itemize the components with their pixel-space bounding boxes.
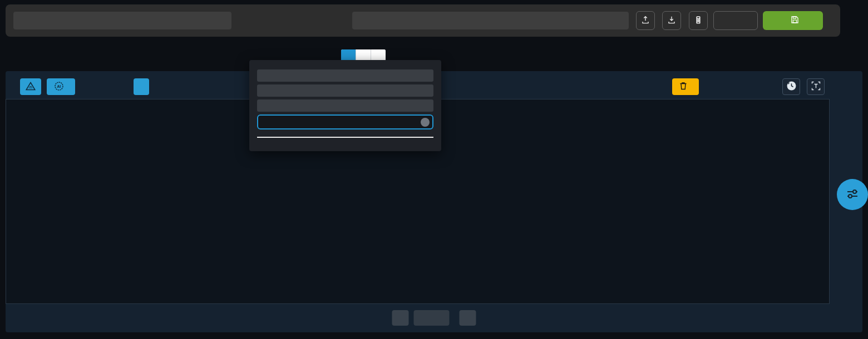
popup-divider [257, 137, 433, 138]
upload-icon [641, 16, 650, 26]
floppy-icon [791, 16, 799, 26]
create-calculator-button[interactable] [134, 78, 149, 95]
pagination [392, 310, 476, 326]
page-input[interactable] [414, 310, 450, 326]
save-button[interactable] [763, 11, 823, 30]
history-clock-icon [786, 81, 797, 93]
download-icon [667, 16, 676, 26]
ai-badge-icon: AI [54, 81, 64, 93]
calculator-button[interactable] [689, 11, 708, 30]
clear-input-icon[interactable] [421, 118, 430, 127]
next-page-button[interactable] [460, 310, 476, 326]
upload-button[interactable] [636, 11, 655, 30]
download-button[interactable] [662, 11, 681, 30]
cadlib-button[interactable] [713, 11, 758, 30]
document-select[interactable] [352, 12, 629, 29]
prev-page-button[interactable] [392, 310, 409, 326]
select-text-button[interactable] [807, 78, 825, 95]
history-button[interactable] [782, 78, 800, 95]
trash-icon [679, 82, 687, 92]
segment-edit-popup [249, 60, 441, 151]
sliders-icon [844, 186, 861, 204]
flavor-select[interactable] [257, 99, 433, 112]
warning-button[interactable] [20, 78, 41, 95]
graph-settings-fab[interactable] [837, 179, 868, 210]
clear-sentence-button[interactable] [672, 78, 699, 95]
type-select[interactable] [257, 69, 433, 82]
calculator-icon [694, 16, 703, 26]
location-select[interactable] [257, 84, 433, 97]
section-input[interactable] [13, 12, 231, 29]
svg-text:AI: AI [57, 84, 61, 88]
ai-assistant-button[interactable]: AI [47, 78, 75, 95]
select-text-icon [811, 81, 821, 93]
text-input[interactable] [257, 114, 433, 129]
warning-triangle-icon [26, 82, 36, 92]
top-bar [6, 4, 840, 37]
